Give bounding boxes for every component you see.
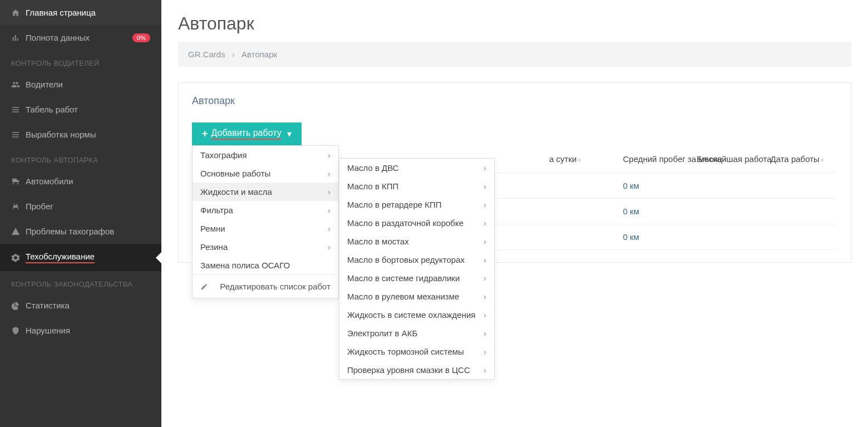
fullness-badge: 0% [132, 33, 150, 42]
col-avg-month[interactable]: Средний пробег за месяц♦ [617, 145, 691, 173]
chevron-right-icon: › [484, 256, 486, 264]
sidebar-section-title: КОНТРОЛЬ ЗАКОНОДАТЕЛЬСТВА [0, 271, 161, 293]
sidebar-item-label: Пробег [26, 202, 53, 211]
chevron-right-icon: › [484, 274, 486, 283]
submenu-item[interactable]: Жидкость тормозной системы› [339, 342, 494, 361]
add-work-label: Добавить работу [211, 128, 282, 140]
dropdown-item[interactable]: Тахография› [193, 146, 338, 164]
chevron-right-icon: › [484, 219, 486, 228]
chevron-right-icon: › [484, 182, 486, 191]
sidebar-item-drivers[interactable]: Водители [0, 72, 161, 97]
submenu-item-label: Масло в бортовых редукторах [347, 255, 465, 264]
submenu-item-label: Электролит в АКБ [347, 328, 417, 338]
chevron-right-icon: › [328, 169, 331, 178]
sidebar-item-stats[interactable]: Статистика [0, 293, 161, 318]
add-work-wrap: + Добавить работу ▾ Тахография›Основные … [192, 122, 302, 145]
chevron-right-icon: › [328, 243, 331, 252]
add-work-button[interactable]: + Добавить работу ▾ [192, 122, 302, 145]
sidebar-section-title: КОНТРОЛЬ ВОДИТЕЛЕЙ [0, 50, 161, 72]
gears-icon [11, 253, 26, 262]
sidebar: Главная страница Полнота данных 0% КОНТР… [0, 0, 161, 427]
chevron-right-icon: › [484, 329, 486, 338]
edit-work-list-label: Редактировать список работ [220, 282, 331, 291]
sidebar-item-label: Проблемы тахографов [26, 227, 114, 236]
dropdown-item-label: Фильтра [200, 205, 233, 215]
bars-icon [11, 33, 26, 42]
dropdown-item[interactable]: Ремни› [193, 219, 338, 238]
breadcrumb-current: Автопарк [241, 50, 277, 59]
submenu-item-label: Масло в ДВС [347, 163, 399, 173]
sidebar-item-norm[interactable]: Выработка нормы [0, 122, 161, 147]
submenu-item[interactable]: Масло в рулевом механизме› [339, 287, 494, 306]
col-work-date[interactable]: Дата работы♦ [764, 145, 838, 173]
sidebar-item-mileage[interactable]: Пробег [0, 194, 161, 219]
sidebar-item-vehicles[interactable]: Автомобили [0, 169, 161, 194]
plus-icon: + [202, 128, 208, 140]
submenu-item[interactable]: Проверка уровня смазки в ЦСС› [339, 361, 494, 379]
sidebar-item-label: Табель работ [26, 105, 78, 114]
panel-title: Автопарк [192, 95, 837, 107]
submenu-item-label: Масло в раздаточной коробке [347, 218, 463, 228]
dropdown-item[interactable]: Резина› [193, 238, 338, 256]
submenu-item-label: Масло в системе гидравлики [347, 273, 460, 283]
submenu-item[interactable]: Масло в раздаточной коробке› [339, 214, 494, 232]
submenu-item[interactable]: Масло в КПП› [339, 177, 494, 195]
submenu-item-label: Жидкость тормозной системы [347, 347, 464, 356]
submenu-item[interactable]: Масло в ретардере КПП› [339, 195, 494, 214]
page-title: Автопарк [178, 13, 851, 34]
road-icon [11, 202, 26, 211]
chevron-right-icon: › [484, 164, 486, 173]
chevron-right-icon: › [484, 347, 486, 356]
submenu-item[interactable]: Электролит в АКБ› [339, 324, 494, 342]
dropdown-item-label: Ремни [200, 224, 225, 233]
add-work-dropdown: Тахография›Основные работы›Жидкости и ма… [192, 145, 339, 298]
dropdown-item[interactable]: Замена полиса ОСАГО [193, 256, 338, 274]
dropdown-item-label: Резина [200, 242, 228, 252]
chevron-right-icon: › [484, 237, 486, 246]
dropdown-item[interactable]: Жидкости и масла› [193, 183, 338, 201]
cell-avg-month: 0 км [617, 224, 691, 250]
sidebar-item-fullness[interactable]: Полнота данных 0% [0, 25, 161, 50]
sidebar-item-home[interactable]: Главная страница [0, 0, 161, 25]
sidebar-section-title: КОНТРОЛЬ АВТОПАРКА [0, 147, 161, 169]
chevron-right-icon: › [328, 224, 331, 233]
cell-avg-month: 0 км [617, 199, 691, 224]
chevron-right-icon: › [328, 206, 331, 215]
submenu-item[interactable]: Масло в мостах› [339, 232, 494, 251]
sidebar-item-tacho-problems[interactable]: Проблемы тахографов [0, 219, 161, 244]
submenu-item[interactable]: Масло в бортовых редукторах› [339, 251, 494, 269]
sidebar-item-maintenance[interactable]: Техобслуживание [0, 244, 161, 271]
pie-icon [11, 301, 26, 310]
dropdown-item[interactable]: Основные работы› [193, 164, 338, 183]
shield-icon [11, 326, 26, 335]
submenu-item-label: Жидкость в системе охлаждения [347, 310, 475, 320]
pencil-icon [200, 283, 208, 291]
submenu-item[interactable]: Масло в ДВС› [339, 159, 494, 177]
panel: Автопарк + Добавить работу ▾ Тахография›… [178, 82, 851, 263]
breadcrumb: GR.Cards › Автопарк [178, 42, 851, 67]
submenu-item[interactable]: Масло в системе гидравлики› [339, 269, 494, 287]
warning-icon [11, 227, 26, 236]
fluids-submenu: Масло в ДВС›Масло в КПП›Масло в ретардер… [339, 158, 495, 380]
sidebar-item-label: Выработка нормы [26, 130, 96, 139]
breadcrumb-root[interactable]: GR.Cards [188, 50, 225, 59]
submenu-item-label: Масло в рулевом механизме [347, 292, 459, 301]
sidebar-item-label: Автомобили [26, 176, 73, 186]
dropdown-item-label: Замена полиса ОСАГО [200, 261, 290, 270]
col-next-work[interactable]: Ближайшая работа [690, 145, 764, 173]
sort-icon: ♦ [821, 156, 824, 164]
dropdown-item-label: Тахография [200, 150, 247, 160]
list-icon [11, 130, 26, 139]
submenu-item[interactable]: Жидкость в системе охлаждения› [339, 306, 494, 324]
col-daily[interactable]: а сутки♦ [542, 145, 617, 173]
sidebar-item-timesheet[interactable]: Табель работ [0, 97, 161, 122]
chevron-right-icon: › [484, 200, 486, 209]
chevron-right-icon: › [484, 311, 486, 320]
chevron-right-icon: › [328, 151, 331, 160]
home-icon [11, 8, 26, 17]
dropdown-item[interactable]: Фильтра› [193, 201, 338, 219]
sidebar-item-label: Водители [26, 80, 63, 89]
submenu-item-label: Масло в КПП [347, 181, 398, 191]
sidebar-item-violations[interactable]: Нарушения [0, 318, 161, 343]
edit-work-list[interactable]: Редактировать список работ [193, 275, 338, 298]
